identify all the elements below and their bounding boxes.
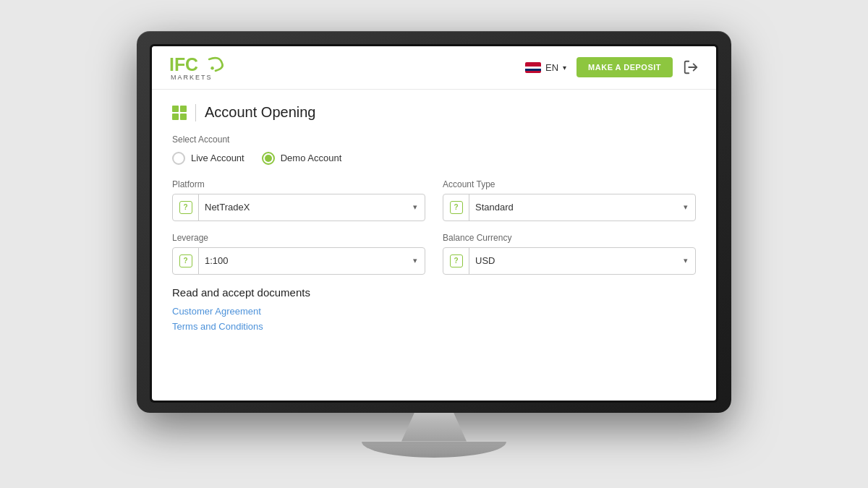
- leverage-select[interactable]: 1:100 1:200 1:500: [199, 248, 406, 274]
- logo-icon: IFC: [169, 53, 227, 75]
- monitor-frame: IFC MARKETS: [137, 31, 731, 413]
- account-type-help-badge: ?: [450, 201, 463, 214]
- balance-currency-select-wrapper: ? USD EUR GBP ▾: [443, 247, 696, 275]
- leverage-help-icon[interactable]: ?: [173, 248, 199, 274]
- account-type-select[interactable]: Standard Fixed: [469, 194, 676, 221]
- account-type-radio-group: Live Account Demo Account: [172, 152, 696, 165]
- balance-currency-chevron-icon: ▾: [676, 256, 695, 265]
- platform-account-type-row: Platform ? NetTradeX MetaTrader 4 MetaTr…: [172, 179, 696, 221]
- platform-chevron-icon: ▾: [406, 202, 425, 212]
- svg-text:IFC: IFC: [169, 54, 198, 74]
- balance-currency-label: Balance Currency: [443, 233, 696, 243]
- terms-conditions-link[interactable]: Terms and Conditions: [172, 321, 696, 332]
- page-title-row: Account Opening: [172, 104, 696, 121]
- demo-account-radio-inner: [265, 155, 272, 162]
- platform-group: Platform ? NetTradeX MetaTrader 4 MetaTr…: [172, 179, 425, 221]
- header-right: EN ▾ MAKE A DEPOSIT: [525, 57, 699, 77]
- demo-account-label: Demo Account: [281, 153, 342, 163]
- balance-currency-group: Balance Currency ? USD EUR GBP: [443, 233, 696, 275]
- leverage-select-wrapper: ? 1:100 1:200 1:500 ▾: [172, 247, 425, 275]
- leverage-help-badge: ?: [179, 254, 192, 267]
- leverage-currency-row: Leverage ? 1:100 1:200 1:500: [172, 233, 696, 275]
- balance-currency-help-badge: ?: [450, 254, 463, 267]
- page-title: Account Opening: [205, 104, 315, 121]
- documents-title: Read and accept documents: [172, 286, 696, 299]
- lang-code: EN: [545, 62, 558, 73]
- live-account-label: Live Account: [191, 153, 244, 163]
- monitor-stand-neck: [401, 413, 467, 442]
- logo-markets-text: MARKETS: [171, 74, 213, 81]
- account-type-help-icon[interactable]: ?: [443, 194, 469, 221]
- platform-label: Platform: [172, 179, 425, 189]
- svg-point-1: [210, 67, 213, 69]
- leverage-group: Leverage ? 1:100 1:200 1:500: [172, 233, 425, 275]
- logo: IFC MARKETS: [169, 53, 227, 81]
- platform-help-badge: ?: [179, 201, 192, 214]
- monitor-wrapper: IFC MARKETS: [137, 31, 731, 458]
- grid-icon: [172, 106, 187, 120]
- leverage-label: Leverage: [172, 233, 425, 243]
- monitor-screen: IFC MARKETS: [152, 46, 716, 401]
- platform-help-icon[interactable]: ?: [173, 194, 199, 221]
- header: IFC MARKETS: [152, 46, 716, 90]
- demo-account-option[interactable]: Demo Account: [262, 152, 342, 165]
- monitor-bezel: IFC MARKETS: [150, 44, 718, 403]
- account-type-group: Account Type ? Standard Fixed ▾: [443, 179, 696, 221]
- main-content: Account Opening Select Account Live Acco…: [152, 90, 716, 401]
- balance-currency-select[interactable]: USD EUR GBP: [469, 248, 676, 274]
- logo-svg: IFC: [169, 53, 227, 75]
- language-selector[interactable]: EN ▾: [525, 62, 566, 73]
- flag-icon: [525, 62, 541, 73]
- select-account-label: Select Account: [172, 134, 696, 145]
- customer-agreement-link[interactable]: Customer Agreement: [172, 306, 696, 317]
- account-type-label: Account Type: [443, 179, 696, 189]
- title-divider: [195, 104, 196, 121]
- account-type-select-wrapper: ? Standard Fixed ▾: [443, 194, 696, 221]
- live-account-radio[interactable]: [172, 152, 185, 165]
- balance-currency-help-icon[interactable]: ?: [443, 248, 469, 274]
- live-account-option[interactable]: Live Account: [172, 152, 244, 165]
- account-type-chevron-icon: ▾: [676, 202, 695, 212]
- monitor-stand-base: [362, 442, 506, 458]
- leverage-chevron-icon: ▾: [406, 256, 425, 265]
- platform-select[interactable]: NetTradeX MetaTrader 4 MetaTrader 5: [199, 194, 406, 221]
- logout-icon[interactable]: [683, 59, 699, 75]
- demo-account-radio[interactable]: [262, 152, 275, 165]
- deposit-button[interactable]: MAKE A DEPOSIT: [576, 57, 673, 77]
- lang-chevron-icon: ▾: [563, 64, 566, 72]
- platform-select-wrapper: ? NetTradeX MetaTrader 4 MetaTrader 5 ▾: [172, 194, 425, 221]
